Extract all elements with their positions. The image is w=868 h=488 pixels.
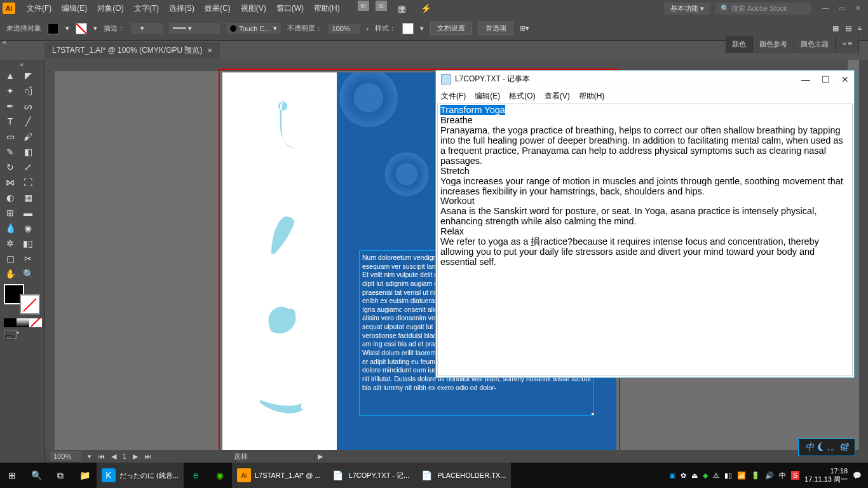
direct-selection-tool-icon[interactable]: ◤ xyxy=(19,68,37,83)
mesh-tool-icon[interactable]: ⊞ xyxy=(1,205,19,220)
np-menu-format[interactable]: 格式(O) xyxy=(509,91,535,102)
artboard-number[interactable]: 1 xyxy=(123,452,126,460)
taskbar-browser[interactable]: ◉ xyxy=(208,463,232,488)
gpu-icon[interactable]: ⚡ xyxy=(417,1,435,16)
network-icon[interactable]: ▮▯ xyxy=(724,471,732,480)
notepad-titlebar[interactable]: L7COPY.TXT - 记事本 — ☐ ✕ xyxy=(436,71,854,88)
workspace-switcher[interactable]: 基本功能 ▾ xyxy=(664,3,710,15)
tab-close-icon[interactable]: ✕ xyxy=(207,47,212,54)
scale-tool-icon[interactable]: ⤢ xyxy=(19,159,37,175)
ime-lang-icon[interactable]: 中 xyxy=(779,471,786,480)
menu-help[interactable]: 帮助(H) xyxy=(309,3,345,14)
blend-tool-icon[interactable]: ◉ xyxy=(19,220,37,236)
np-menu-help[interactable]: 帮助(H) xyxy=(579,91,605,102)
panel-tab-color[interactable]: 颜色 xyxy=(726,36,753,53)
ime-sogou-icon[interactable]: S xyxy=(791,471,799,480)
tray-icon[interactable]: ⚠ xyxy=(713,471,719,480)
rotate-tool-icon[interactable]: ↻ xyxy=(1,159,19,175)
taskbar-placeholder-txt[interactable]: 📄PLACEHOLDER.TX... xyxy=(414,463,511,488)
gradient-tool-icon[interactable]: ▬ xyxy=(19,205,37,220)
menu-object[interactable]: 对象(O) xyxy=(92,3,128,14)
stroke-swatch[interactable] xyxy=(76,23,87,34)
screen-mode-row[interactable]: ▭ ▾ xyxy=(4,330,40,339)
np-menu-edit[interactable]: 编辑(E) xyxy=(475,91,500,102)
menu-file[interactable]: 文件(F) xyxy=(22,3,57,14)
artboard-tool-icon[interactable]: ▢ xyxy=(1,251,19,266)
panel-icon[interactable]: ▦ xyxy=(832,24,839,32)
brush-dropdown[interactable]: Touch C... ▾ xyxy=(226,23,281,34)
nav-prev-icon[interactable]: ◀ xyxy=(111,452,116,461)
menu-select[interactable]: 选择(S) xyxy=(164,3,200,14)
search-button[interactable]: 🔍 xyxy=(24,463,48,488)
slice-tool-icon[interactable]: ✂ xyxy=(19,251,37,266)
taskbar-music[interactable]: Kだったのに (純音... xyxy=(97,463,184,488)
graph-tool-icon[interactable]: ▮▯ xyxy=(19,236,37,251)
search-input[interactable]: 🔍 搜索 Adobe Stock xyxy=(715,3,811,15)
nav-next-icon[interactable]: ▶ xyxy=(133,452,138,461)
start-button[interactable]: ⊞ xyxy=(0,463,24,488)
width-tool-icon[interactable]: ⋈ xyxy=(1,175,19,190)
fill-swatch[interactable] xyxy=(48,23,59,34)
style-swatch[interactable] xyxy=(402,23,414,34)
wifi-icon[interactable]: 📶 xyxy=(737,471,746,480)
stroke-weight-dropdown[interactable]: ▾ xyxy=(131,23,163,34)
opacity-input[interactable]: 100% xyxy=(329,24,360,34)
np-minimize-icon[interactable]: — xyxy=(801,74,810,85)
document-tab[interactable]: L7START_1.AI* @ 100% (CMYK/GPU 预览) ✕ xyxy=(44,42,220,59)
type-tool-icon[interactable]: T xyxy=(1,114,19,129)
arrange-icon[interactable]: ▦ xyxy=(393,1,411,16)
taskbar-notepad[interactable]: 📄L7COPY.TXT - 记... xyxy=(326,463,415,488)
menu-effect[interactable]: 效果(C) xyxy=(200,3,236,14)
clock[interactable]: 17:18 17.11.13 周一 xyxy=(804,467,848,484)
np-close-icon[interactable]: ✕ xyxy=(841,74,849,85)
eyedropper-tool-icon[interactable]: 💧 xyxy=(1,220,19,236)
perspective-tool-icon[interactable]: ▦ xyxy=(19,190,37,205)
right-panel-dock[interactable] xyxy=(859,60,868,463)
bridge-icon[interactable]: Br xyxy=(358,1,369,11)
tray-icon[interactable]: ✿ xyxy=(681,471,686,480)
magic-wand-tool-icon[interactable]: ✦ xyxy=(1,83,19,98)
ruler-vertical[interactable] xyxy=(44,60,55,451)
document-setup-button[interactable]: 文档设置 xyxy=(430,22,472,35)
np-maximize-icon[interactable]: ☐ xyxy=(822,74,830,85)
overset-text-icon[interactable]: + xyxy=(591,412,594,416)
minimize-icon[interactable]: — xyxy=(822,4,832,12)
zoom-tool-icon[interactable]: 🔍 xyxy=(19,266,37,281)
rectangle-tool-icon[interactable]: ▭ xyxy=(1,129,19,144)
volume-icon[interactable]: 🔊 xyxy=(765,471,774,480)
tray-icon[interactable]: ▣ xyxy=(669,471,675,480)
hand-tool-icon[interactable]: ✋ xyxy=(1,266,19,281)
tray-icon[interactable]: ⏏ xyxy=(691,471,698,480)
battery-icon[interactable]: 🔋 xyxy=(751,471,760,480)
tray-icon[interactable]: ◆ xyxy=(703,471,708,480)
taskbar-illustrator[interactable]: AiL7START_1.AI* @ ... xyxy=(232,463,326,488)
np-menu-file[interactable]: 文件(F) xyxy=(441,91,466,102)
nav-first-icon[interactable]: ⏮ xyxy=(98,452,105,460)
tab-arrow-icon[interactable]: « xyxy=(3,38,6,46)
align-icon[interactable]: ⊞▾ xyxy=(520,24,529,32)
shaper-tool-icon[interactable]: ✎ xyxy=(1,144,19,159)
line-tool-icon[interactable]: ╱ xyxy=(19,114,37,129)
np-menu-view[interactable]: 查看(V) xyxy=(545,91,570,102)
panel-expand-icon[interactable]: » ≡ xyxy=(836,36,859,53)
profile-dropdown[interactable]: ━━━ ▾ xyxy=(169,23,220,34)
preferences-button[interactable]: 首选项 xyxy=(478,22,513,35)
file-explorer-button[interactable]: 📁 xyxy=(72,463,97,488)
paintbrush-tool-icon[interactable]: 🖌 xyxy=(19,129,37,144)
curvature-tool-icon[interactable]: ᔕ xyxy=(19,98,37,114)
zoom-dropdown[interactable]: 100% xyxy=(50,451,81,461)
symbol-sprayer-tool-icon[interactable]: ✲ xyxy=(1,236,19,251)
menu-view[interactable]: 视图(V) xyxy=(236,3,271,14)
close-icon[interactable]: ✕ xyxy=(855,4,865,12)
menu-window[interactable]: 窗口(W) xyxy=(271,3,309,14)
ime-indicator[interactable]: 中 ⏾ ,。键 xyxy=(798,438,855,456)
shape-builder-tool-icon[interactable]: ◐ xyxy=(1,190,19,205)
task-view-button[interactable]: ⧉ xyxy=(48,463,72,488)
stock-icon[interactable]: St xyxy=(376,1,387,11)
panel-tab-color-ref[interactable]: 颜色参考 xyxy=(753,36,794,53)
notepad-text-area[interactable]: Transform YogaBreathe Pranayama, the yog… xyxy=(437,104,853,376)
lasso-tool-icon[interactable]: ႟ xyxy=(19,83,37,98)
menu-edit[interactable]: 编辑(E) xyxy=(57,3,92,14)
system-tray[interactable]: ▣ ✿ ⏏ ◆ ⚠ ▮▯ 📶 🔋 🔊 中 S 17:18 17.11.13 周一… xyxy=(669,467,868,484)
panel-icon[interactable]: ▤ xyxy=(845,24,851,32)
